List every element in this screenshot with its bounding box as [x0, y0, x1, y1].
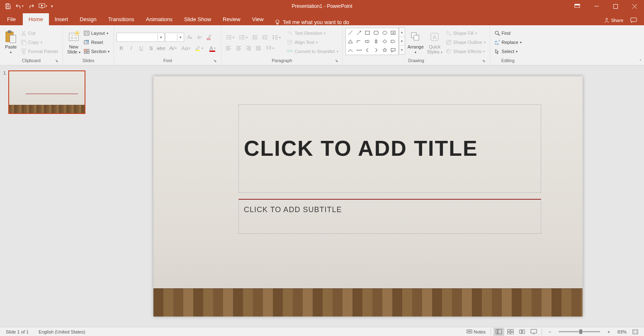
decrease-indent-icon[interactable]: [250, 33, 260, 42]
slide-thumbnail-panel[interactable]: 1: [0, 65, 92, 327]
zoom-out-icon[interactable]: −: [544, 328, 555, 336]
increase-indent-icon[interactable]: [260, 33, 270, 42]
shape-roundrect-icon[interactable]: [372, 29, 381, 37]
align-left-icon[interactable]: [224, 44, 233, 53]
slide[interactable]: CLICK TO ADD TITLE CLICK TO ADD SUBTITLE: [153, 76, 583, 317]
align-right-icon[interactable]: [244, 44, 253, 53]
shape-elbow-icon[interactable]: [355, 37, 363, 46]
undo-icon[interactable]: ▾: [14, 1, 25, 11]
numbering-icon[interactable]: 123▾: [237, 33, 250, 42]
shape-arrow-updown-icon[interactable]: [372, 37, 381, 46]
replace-button[interactable]: abacReplace ▾: [493, 38, 523, 47]
tab-animations[interactable]: Animations: [140, 13, 178, 25]
zoom-slider[interactable]: [559, 331, 600, 332]
minimize-icon[interactable]: [587, 0, 606, 12]
shape-textbox-icon[interactable]: A: [389, 29, 398, 37]
slide-canvas-area[interactable]: CLICK TO ADD TITLE CLICK TO ADD SUBTITLE: [92, 65, 644, 327]
reset-button[interactable]: Reset: [82, 38, 112, 47]
tab-review[interactable]: Review: [217, 13, 246, 25]
align-center-icon[interactable]: [234, 44, 243, 53]
shape-arrow-icon[interactable]: [355, 29, 363, 37]
tab-file[interactable]: File: [0, 13, 23, 25]
tell-me-search[interactable]: Tell me what you want to do: [270, 19, 354, 25]
tab-design[interactable]: Design: [74, 13, 102, 25]
align-text-button[interactable]: Align Text ▾: [285, 38, 340, 47]
save-icon[interactable]: [2, 1, 13, 11]
tab-slideshow[interactable]: Slide Show: [178, 13, 217, 25]
shape-brace-right-icon[interactable]: [372, 46, 381, 54]
tab-view[interactable]: View: [246, 13, 270, 25]
increase-font-icon[interactable]: A▴: [185, 33, 194, 42]
shape-triangle-icon[interactable]: [346, 37, 355, 46]
thumbnail-image[interactable]: [8, 70, 85, 114]
find-button[interactable]: Find: [493, 29, 523, 38]
close-icon[interactable]: [625, 0, 644, 12]
italic-icon[interactable]: I: [126, 44, 136, 53]
layout-button[interactable]: Layout ▾: [82, 29, 112, 38]
slide-sorter-view-icon[interactable]: [505, 328, 516, 336]
select-button[interactable]: Select ▾: [493, 47, 523, 56]
normal-view-icon[interactable]: [493, 328, 504, 336]
slideshow-view-icon[interactable]: [528, 328, 539, 336]
change-case-icon[interactable]: Aa▾: [180, 44, 192, 53]
char-spacing-icon[interactable]: AV▾: [166, 44, 179, 53]
tab-home[interactable]: Home: [23, 13, 49, 25]
shapes-gallery[interactable]: A: [345, 28, 399, 55]
start-slideshow-icon[interactable]: ▾: [37, 1, 48, 11]
decrease-font-icon[interactable]: A▾: [195, 33, 204, 42]
collapse-ribbon-icon[interactable]: ˄: [639, 59, 642, 63]
copy-button[interactable]: Copy ▾: [19, 38, 60, 47]
shape-outline-button[interactable]: Shape Outline ▾: [444, 38, 487, 47]
arrange-button[interactable]: Arrange▾: [406, 27, 425, 58]
clear-formatting-icon[interactable]: [205, 33, 214, 42]
zoom-level[interactable]: 83%: [615, 329, 629, 335]
shape-oval-icon[interactable]: [380, 29, 389, 37]
paragraph-dialog-launcher[interactable]: ⬊: [334, 59, 339, 64]
zoom-in-icon[interactable]: +: [603, 328, 614, 336]
maximize-icon[interactable]: [606, 0, 625, 12]
customize-qat-icon[interactable]: ▾: [49, 1, 55, 11]
bullets-icon[interactable]: ▾: [224, 33, 236, 42]
section-button[interactable]: Section ▾: [82, 47, 112, 56]
new-slide-button[interactable]: New Slide ▾: [66, 27, 82, 58]
shape-callout-icon[interactable]: [389, 46, 398, 54]
format-painter-button[interactable]: Format Painter: [19, 47, 60, 56]
shape-brace-left-icon[interactable]: [363, 46, 372, 54]
shape-effects-button[interactable]: Shape Effects ▾: [444, 47, 487, 56]
bold-icon[interactable]: B: [117, 44, 126, 53]
shape-arrow-right-icon[interactable]: [363, 37, 372, 46]
line-spacing-icon[interactable]: ▾: [270, 33, 283, 42]
tab-insert[interactable]: Insert: [49, 13, 74, 25]
convert-smartart-button[interactable]: Convert to SmartArt ▾: [285, 47, 340, 56]
subtitle-placeholder[interactable]: CLICK TO ADD SUBTITLE: [238, 199, 541, 234]
clipboard-dialog-launcher[interactable]: ⬊: [54, 59, 59, 64]
shape-line-icon[interactable]: [346, 29, 355, 37]
title-placeholder[interactable]: CLICK TO ADD TITLE: [238, 104, 541, 193]
shape-connector-icon[interactable]: [355, 46, 363, 54]
language-indicator[interactable]: English (United States): [36, 329, 88, 335]
shape-star-icon[interactable]: [380, 46, 389, 54]
quick-styles-button[interactable]: A Quick Styles ▾: [425, 27, 444, 58]
ribbon-display-icon[interactable]: [568, 0, 587, 12]
notes-button[interactable]: Notes: [464, 329, 488, 335]
font-color-icon[interactable]: A▾: [206, 44, 219, 53]
reading-view-icon[interactable]: [517, 328, 527, 336]
paste-button[interactable]: Paste▾: [2, 27, 19, 58]
text-direction-button[interactable]: AText Direction ▾: [285, 29, 340, 38]
fit-to-window-icon[interactable]: [630, 328, 641, 336]
gallery-scroll[interactable]: ▴▾▾: [399, 27, 405, 55]
comments-icon[interactable]: [628, 15, 639, 25]
shape-curve-icon[interactable]: [346, 46, 355, 54]
tab-transitions[interactable]: Transitions: [102, 13, 140, 25]
slide-indicator[interactable]: Slide 1 of 1: [3, 329, 31, 335]
font-dialog-launcher[interactable]: ⬊: [213, 59, 218, 64]
share-button[interactable]: Share: [602, 16, 625, 25]
strikethrough-icon[interactable]: abc: [156, 44, 165, 53]
justify-icon[interactable]: [254, 44, 263, 53]
cut-button[interactable]: Cut: [19, 29, 60, 38]
shape-diamond-icon[interactable]: [380, 37, 389, 46]
redo-icon[interactable]: [26, 1, 36, 11]
shadow-icon[interactable]: S: [146, 44, 156, 53]
slide-thumbnail-1[interactable]: 1: [3, 70, 89, 114]
drawing-dialog-launcher[interactable]: ⬊: [481, 59, 486, 64]
